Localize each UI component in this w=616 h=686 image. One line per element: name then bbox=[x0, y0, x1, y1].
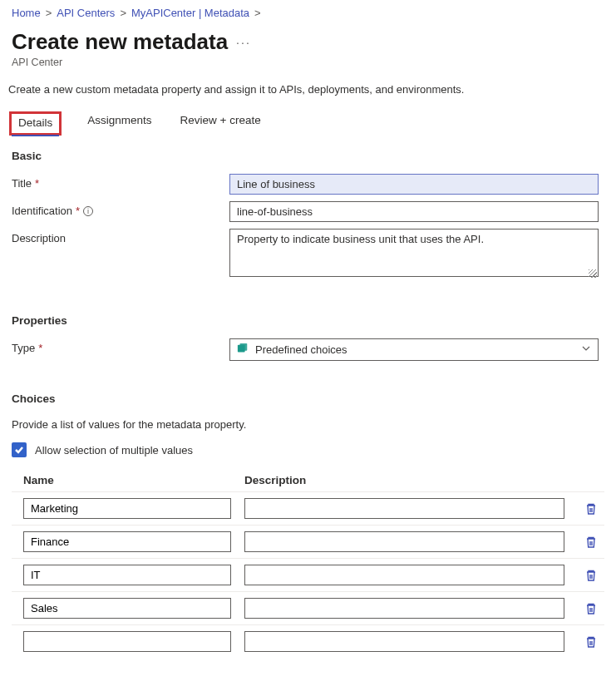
breadcrumb-link-api-centers[interactable]: API Centers bbox=[57, 7, 115, 19]
choice-name-input[interactable] bbox=[23, 565, 231, 585]
trash-icon bbox=[584, 602, 598, 615]
choice-row bbox=[12, 624, 604, 658]
choice-description-input[interactable] bbox=[244, 498, 564, 519]
choice-name-input[interactable] bbox=[23, 531, 231, 552]
choice-name-input[interactable] bbox=[23, 631, 231, 652]
choice-name-input[interactable] bbox=[23, 598, 231, 619]
trash-icon bbox=[584, 569, 598, 582]
section-basic-heading: Basic bbox=[12, 150, 604, 162]
svg-rect-1 bbox=[240, 343, 248, 351]
more-actions-icon[interactable]: ··· bbox=[236, 36, 251, 49]
required-asterisk: * bbox=[76, 205, 80, 217]
section-properties-heading: Properties bbox=[12, 314, 604, 327]
breadcrumb-link-myapicenter[interactable]: MyAPICenter | Metadata bbox=[131, 7, 249, 19]
label-identification: Identification * i bbox=[12, 201, 221, 217]
info-icon[interactable]: i bbox=[83, 206, 93, 216]
delete-choice-button[interactable] bbox=[578, 502, 604, 516]
identification-input[interactable] bbox=[229, 201, 599, 222]
page-title: Create new metadata bbox=[12, 29, 228, 55]
chevron-down-icon bbox=[581, 343, 591, 356]
choice-description-input[interactable] bbox=[244, 531, 564, 552]
tabs: Details Assignments Review + create bbox=[0, 104, 616, 140]
chevron-right-icon: > bbox=[46, 7, 52, 19]
choices-col-description: Description bbox=[244, 474, 564, 486]
chevron-right-icon: > bbox=[254, 7, 261, 19]
label-type: Type * bbox=[12, 338, 221, 354]
page-subtitle: API Center bbox=[0, 57, 616, 83]
trash-icon bbox=[584, 635, 598, 649]
intro-text: Create a new custom metadata property an… bbox=[0, 83, 616, 104]
choice-row bbox=[12, 558, 604, 591]
description-input[interactable] bbox=[229, 229, 599, 277]
trash-icon bbox=[584, 502, 598, 516]
choices-col-name: Name bbox=[23, 474, 231, 486]
tab-review-create[interactable]: Review + create bbox=[180, 114, 261, 133]
choice-row bbox=[12, 491, 604, 525]
breadcrumb-link-home[interactable]: Home bbox=[12, 7, 41, 19]
section-choices-heading: Choices bbox=[12, 392, 604, 405]
breadcrumb: Home > API Centers > MyAPICenter | Metad… bbox=[0, 0, 616, 26]
allow-multiple-label: Allow selection of multiple values bbox=[35, 444, 193, 457]
choice-description-input[interactable] bbox=[244, 598, 564, 619]
required-asterisk: * bbox=[35, 177, 39, 190]
choice-description-input[interactable] bbox=[244, 631, 564, 652]
delete-choice-button[interactable] bbox=[578, 635, 604, 649]
label-description: Description bbox=[12, 229, 221, 244]
tab-details[interactable]: Details bbox=[12, 114, 59, 133]
trash-icon bbox=[584, 535, 598, 549]
choice-name-input[interactable] bbox=[23, 498, 231, 519]
delete-choice-button[interactable] bbox=[578, 535, 604, 549]
predefined-choices-icon bbox=[237, 343, 249, 357]
delete-choice-button[interactable] bbox=[578, 602, 604, 615]
choices-caption: Provide a list of values for the metadat… bbox=[0, 413, 616, 436]
allow-multiple-checkbox[interactable] bbox=[12, 442, 27, 457]
type-select[interactable]: Predefined choices bbox=[229, 338, 599, 361]
chevron-right-icon: > bbox=[120, 7, 126, 19]
tab-assignments[interactable]: Assignments bbox=[87, 114, 151, 133]
title-input[interactable] bbox=[229, 174, 599, 195]
choice-row bbox=[12, 525, 604, 558]
type-select-value: Predefined choices bbox=[255, 343, 347, 356]
choice-description-input[interactable] bbox=[244, 565, 564, 585]
choice-row bbox=[12, 591, 604, 624]
required-asterisk: * bbox=[38, 342, 42, 354]
delete-choice-button[interactable] bbox=[578, 569, 604, 582]
label-title: Title * bbox=[12, 174, 221, 190]
